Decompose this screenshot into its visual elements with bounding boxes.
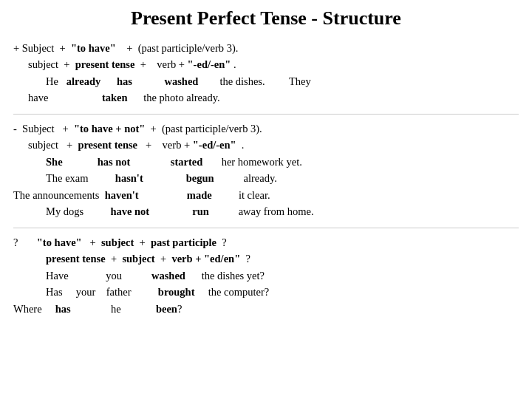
pos-line-3: He already has washed the dishes. They [46,73,519,89]
neg-line-1: - Subject + "to have + not" + (past part… [13,120,519,137]
neg-line-3: She has not started her homework yet. [46,154,519,170]
question-section: ? "to have" + subject + past participle … [13,234,519,317]
neg-line-2: subject + present tense + verb + "-ed/-e… [28,137,519,153]
pos-line-4: have taken the photo already. [28,89,519,106]
q-line-2: present tense + subject + verb + "ed/en"… [46,250,519,267]
neg-line-6: My dogs have not run away from home. [46,203,519,219]
q-line-1: ? "to have" + subject + past participle … [13,234,519,250]
page: Present Perfect Tense - Structure + Subj… [0,0,532,399]
positive-section: + Subject + "to have" + (past participle… [13,40,519,106]
pos-line-2: subject + present tense + verb + "-ed/-e… [28,56,519,72]
neg-line-5: The announcements haven't made it clear. [13,187,519,203]
divider-2 [13,228,519,228]
q-line-5: Where has he been? [13,301,519,317]
q-line-3: Have you washed the dishes yet? [46,267,519,284]
page-title: Present Perfect Tense - Structure [13,7,519,30]
pos-line-1: + Subject + "to have" + (past participle… [13,40,519,56]
q-line-4: Has your father brought the computer? [46,284,519,300]
divider-1 [13,114,519,115]
neg-line-4: The exam hasn't begun already. [46,170,519,186]
negative-section: - Subject + "to have + not" + (past part… [13,120,519,220]
